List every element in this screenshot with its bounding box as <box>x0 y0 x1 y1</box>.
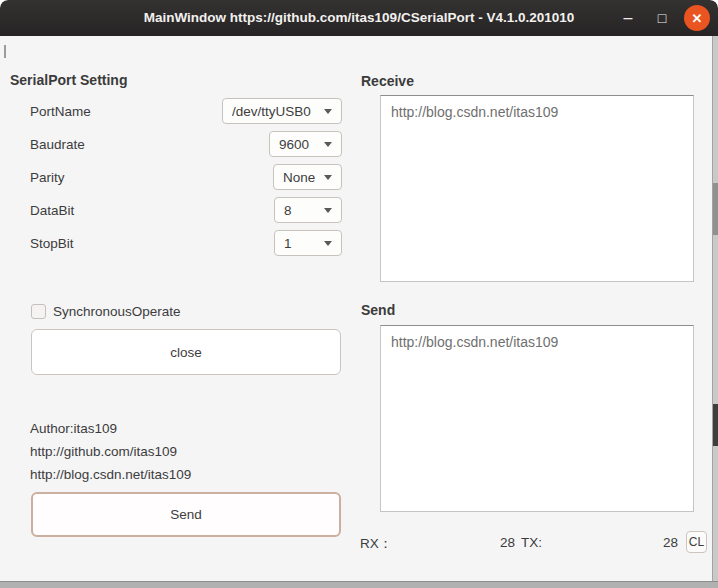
stopbit-label: StopBit <box>30 236 74 251</box>
baudrate-select[interactable]: 9600 <box>269 131 342 157</box>
databit-value: 8 <box>284 203 292 218</box>
text-cursor-artifact <box>4 45 6 58</box>
github-link-text: http://github.com/itas109 <box>30 444 177 459</box>
right-scrollbar-track[interactable] <box>713 36 718 581</box>
serialport-setting-header: SerialPort Setting <box>10 72 127 88</box>
blog-link-text: http://blog.csdn.net/itas109 <box>30 467 191 482</box>
stopbit-value: 1 <box>284 236 292 251</box>
portname-select[interactable]: /dev/ttyUSB0 <box>222 98 342 124</box>
author-text: Author:itas109 <box>30 421 117 436</box>
portname-label: PortName <box>30 104 91 119</box>
tx-count: 28 <box>630 535 678 550</box>
rx-count: 28 <box>470 535 515 550</box>
synchronous-operate-checkbox[interactable] <box>31 304 46 319</box>
window-bottom-edge <box>0 581 718 588</box>
minimize-icon: – <box>624 9 633 27</box>
close-serial-button[interactable]: close <box>31 329 341 375</box>
chevron-down-icon <box>324 208 332 213</box>
parity-value: None <box>283 170 315 185</box>
parity-label: Parity <box>30 170 65 185</box>
close-icon: ✕ <box>692 11 703 26</box>
databit-select[interactable]: 8 <box>274 197 342 223</box>
send-scrollbar-thumb[interactable] <box>713 404 718 446</box>
close-window-button[interactable]: ✕ <box>684 5 710 31</box>
maximize-button[interactable]: □ <box>648 0 676 36</box>
chevron-down-icon <box>324 175 332 180</box>
clear-data-button[interactable]: CL <box>686 531 707 553</box>
chevron-down-icon <box>324 109 332 114</box>
chevron-down-icon <box>324 142 332 147</box>
send-textarea[interactable]: http://blog.csdn.net/itas109 <box>380 325 694 512</box>
rx-label: RX： <box>360 535 392 553</box>
receive-header: Receive <box>361 73 414 89</box>
maximize-icon: □ <box>658 10 666 26</box>
baudrate-value: 9600 <box>279 137 309 152</box>
minimize-button[interactable]: – <box>614 0 642 42</box>
send-button[interactable]: Send <box>31 492 341 537</box>
databit-label: DataBit <box>30 203 74 218</box>
receive-scrollbar-thumb[interactable] <box>713 183 718 235</box>
stopbit-select[interactable]: 1 <box>274 230 342 256</box>
receive-textarea[interactable]: http://blog.csdn.net/itas109 <box>380 95 694 282</box>
portname-value: /dev/ttyUSB0 <box>232 104 311 119</box>
send-header: Send <box>361 302 395 318</box>
chevron-down-icon <box>324 241 332 246</box>
baudrate-label: Baudrate <box>30 137 85 152</box>
parity-select[interactable]: None <box>273 164 342 190</box>
synchronous-operate-label: SynchronousOperate <box>53 304 181 319</box>
main-window: MainWindow https://github.com/itas109/CS… <box>0 0 718 588</box>
tx-label: TX: <box>521 535 542 550</box>
titlebar[interactable]: MainWindow https://github.com/itas109/CS… <box>0 0 718 36</box>
window-title: MainWindow https://github.com/itas109/CS… <box>0 0 718 36</box>
